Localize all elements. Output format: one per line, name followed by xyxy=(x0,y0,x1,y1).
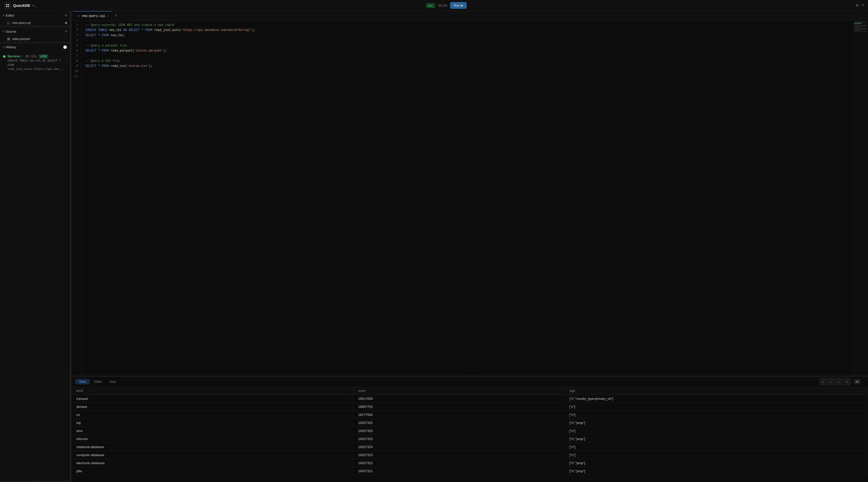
svg-rect-2 xyxy=(6,6,7,7)
line-num-1: 1 xyxy=(73,23,78,28)
source-add-button[interactable]: + xyxy=(65,29,67,34)
timing-display: 20.12s xyxy=(438,4,447,7)
cell-word: bql xyxy=(71,419,353,427)
page-prev-button[interactable]: ‹ xyxy=(828,378,835,385)
page-first-button[interactable]: « xyxy=(819,378,827,385)
line-num-3: 3 xyxy=(73,33,78,38)
svg-rect-3 xyxy=(8,6,9,7)
table-row: ns 19177504 ["n"] xyxy=(71,411,868,419)
new-tab-button[interactable]: + xyxy=(113,13,120,18)
table-row: informix 10027325 ["n","prop"] xyxy=(71,435,868,443)
file-icon: ◱ xyxy=(7,21,10,25)
code-content[interactable]: -- Query external JSON API and create a … xyxy=(82,21,853,375)
file-modified-dot xyxy=(65,22,67,24)
tab-label: new-query.sql xyxy=(82,14,105,18)
live-badge: live xyxy=(426,3,435,8)
history-header-left: ▾ History xyxy=(3,45,16,49)
cell-tags: ["n"] xyxy=(564,411,868,419)
cell-word: informix xyxy=(71,435,353,443)
table-row: transact 19917650 ["v","results_type:pri… xyxy=(71,395,868,403)
editor-section-header[interactable]: ▾ Editor + xyxy=(0,11,70,20)
table-row: computer database 10027323 ["n"] xyxy=(71,451,868,459)
data-table-container[interactable]: word score tags transact 19917650 ["v","… xyxy=(71,387,868,482)
source-section-header[interactable]: ▾ Source + xyxy=(0,27,70,36)
tab-code-icon: ‹› xyxy=(76,14,81,18)
cell-word: jdbc xyxy=(71,467,353,475)
parquet-icon: ▦ xyxy=(7,37,10,41)
line-num-4: 4 xyxy=(73,38,78,43)
results-toolbar: Table Chart Json « ‹ › » 10 ⌄ xyxy=(71,377,868,387)
results-tabs: Table Chart Json xyxy=(75,379,119,385)
col-header-score[interactable]: score xyxy=(353,387,564,395)
theme-icon[interactable]: ☀ xyxy=(862,3,864,8)
history-content: Success / 20.12s LIVE CREATE TABLE new_t… xyxy=(0,51,70,75)
line-num-7: 7 xyxy=(73,53,78,58)
topbar-left: QuackDB ▸_ xyxy=(4,2,37,9)
editor-add-button[interactable]: + xyxy=(65,13,67,18)
tab-new-query[interactable]: ‹› new-query.sql ✕ xyxy=(73,11,112,20)
cell-score: 19917650 xyxy=(353,395,564,403)
table-row: jdbc 10027321 ["n","prop"] xyxy=(71,467,868,475)
history-bottom-resize-handle[interactable] xyxy=(0,481,70,482)
svg-rect-0 xyxy=(6,4,7,5)
line-num-10: 10 xyxy=(73,69,78,74)
run-button[interactable]: Run ▶ xyxy=(450,2,467,9)
cell-word: electronic database xyxy=(71,459,353,467)
results-area: Table Chart Json « ‹ › » 10 ⌄ xyxy=(71,376,868,482)
table-header-row: word score tags xyxy=(71,387,868,395)
cell-tags: ["n","prop"] xyxy=(564,435,868,443)
line-num-9: 9 xyxy=(73,64,78,69)
play-icon: ▶ xyxy=(461,4,463,7)
tab-close-button[interactable]: ✕ xyxy=(107,14,108,18)
line-num-8: 8 xyxy=(73,59,78,64)
settings-icon[interactable]: ⚙ xyxy=(856,3,858,8)
page-size-value[interactable]: 10 xyxy=(854,379,861,384)
cell-word: ns xyxy=(71,411,353,419)
col-header-tags[interactable]: tags xyxy=(564,387,868,395)
file-name: new-query.sql xyxy=(12,21,31,25)
history-entry-details: Success / 20.12s LIVE CREATE TABLE new_t… xyxy=(7,55,64,71)
table-row: electronic database 10027322 ["n","prop"… xyxy=(71,459,868,467)
cell-score: 19907752 xyxy=(353,403,564,411)
cell-word: declare xyxy=(71,403,353,411)
history-status-text: Success xyxy=(7,55,20,58)
history-clock-icon: 🕐 xyxy=(63,45,67,49)
tab-json[interactable]: Json xyxy=(106,379,119,385)
col-header-word[interactable]: word xyxy=(71,387,353,395)
cell-score: 10027322 xyxy=(353,459,564,467)
source-header-left: ▾ Source xyxy=(3,30,16,33)
sidebar-item-new-query[interactable]: ◱ new-query.sql xyxy=(0,20,70,26)
minimap-lines xyxy=(853,21,868,33)
run-label: Run xyxy=(454,3,460,7)
history-live-tag: LIVE xyxy=(39,55,48,58)
cell-tags: ["v"] xyxy=(564,403,868,411)
editor-chevron-icon: ▾ xyxy=(3,14,4,17)
cell-word: relational database xyxy=(71,443,353,451)
history-chevron-icon: ▾ xyxy=(3,46,4,49)
cell-score: 10027323 xyxy=(353,451,564,459)
app-logo-icon xyxy=(4,2,11,9)
history-section: ▾ History 🕐 Success / 20.12s LIVE CREATE… xyxy=(0,43,70,481)
cell-score: 19177504 xyxy=(353,411,564,419)
line-num-5: 5 xyxy=(73,43,78,48)
tab-table[interactable]: Table xyxy=(75,379,90,385)
page-next-button[interactable]: › xyxy=(836,378,843,385)
app-subtitle: ▸_ xyxy=(33,3,37,7)
sidebar-item-sales-parquet[interactable]: ▦ sales.parquet xyxy=(0,36,70,42)
source-section-label: Source xyxy=(6,30,16,33)
tab-chart[interactable]: Chart xyxy=(91,379,105,385)
page-last-button[interactable]: » xyxy=(844,378,851,385)
cell-score: 10027325 xyxy=(353,435,564,443)
cell-score: 10027321 xyxy=(353,467,564,475)
history-expand-icon[interactable]: › xyxy=(66,55,68,59)
history-section-header[interactable]: ▾ History 🕐 xyxy=(0,43,70,51)
pagination: « ‹ › » 10 ⌄ xyxy=(819,378,864,385)
topbar-center: live 20.12s Run ▶ xyxy=(426,2,467,9)
cell-tags: ["n","prop"] xyxy=(564,419,868,427)
table-row: declare 19907752 ["v"] xyxy=(71,403,868,411)
cell-score: 10027325 xyxy=(353,419,564,427)
cell-word: transact xyxy=(71,395,353,403)
history-entry[interactable]: Success / 20.12s LIVE CREATE TABLE new_t… xyxy=(3,54,67,72)
line-num-6: 6 xyxy=(73,48,78,53)
cell-tags: ["v","results_type:primary_rel"] xyxy=(564,395,868,403)
